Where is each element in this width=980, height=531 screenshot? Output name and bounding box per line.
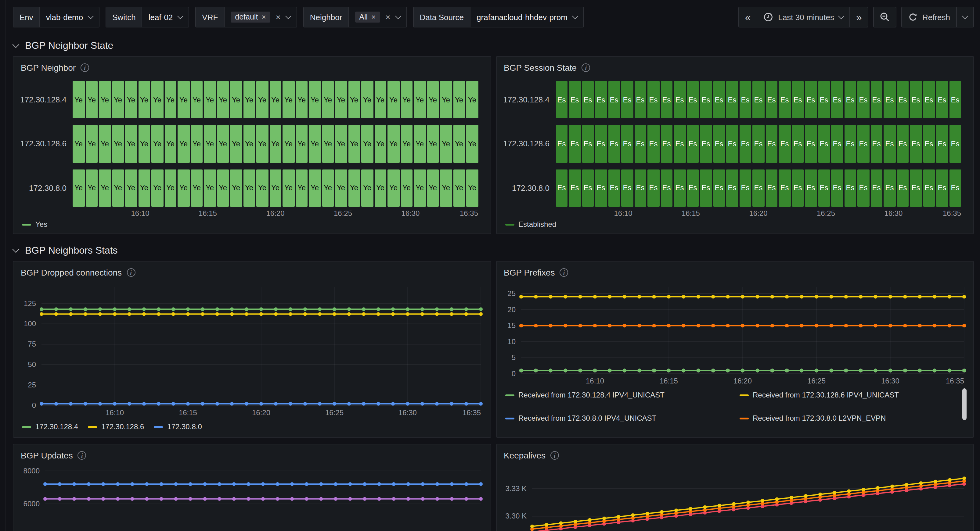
- state-cell: Es: [752, 125, 764, 163]
- state-cell: Es: [621, 125, 633, 163]
- panel-title[interactable]: BGP Session State: [504, 63, 577, 73]
- legend-color: [22, 426, 31, 428]
- chart-canvas[interactable]: 051015202516:1016:1516:2016:2516:3016:35: [500, 282, 967, 387]
- timeline-cells[interactable]: YeYeYeYeYeYeYeYeYeYeYeYeYeYeYeYeYeYeYeYe…: [73, 169, 478, 207]
- state-cell: Ye: [466, 169, 478, 207]
- zoom-out-icon: [880, 12, 890, 22]
- state-cell: Ye: [99, 169, 111, 207]
- state-cell: Ye: [256, 81, 268, 119]
- panel-bgp-session-state: BGP Session State 172.30.128.4EsEsEsEsEs…: [496, 56, 974, 234]
- zoom-out-button[interactable]: [874, 7, 896, 27]
- legend-item[interactable]: Received from 172.30.8.0 L2VPN_EVPN: [739, 412, 964, 425]
- chevron-down-icon: [88, 13, 94, 19]
- legend-scrollbar[interactable]: [962, 388, 967, 420]
- legend-item[interactable]: Received from 172.30.8.0 IPV4_UNICAST: [505, 412, 730, 425]
- panel-title[interactable]: Keepalives: [504, 450, 546, 460]
- x-tick-label: 16:25: [334, 209, 352, 218]
- time-series-chart[interactable]: 025507510012516:1016:1516:2016:2516:3016…: [13, 281, 490, 437]
- time-shift-back-button[interactable]: [739, 7, 757, 27]
- info-icon[interactable]: [81, 63, 89, 72]
- state-timeline-chart[interactable]: 172.30.128.4YeYeYeYeYeYeYeYeYeYeYeYeYeYe…: [13, 76, 490, 233]
- timeline-cells[interactable]: YeYeYeYeYeYeYeYeYeYeYeYeYeYeYeYeYeYeYeYe…: [73, 125, 478, 163]
- svg-text:16:30: 16:30: [398, 409, 417, 417]
- state-cell: Es: [897, 81, 908, 119]
- state-cell: Es: [713, 81, 725, 119]
- x-tick-label: 16:10: [614, 209, 633, 218]
- state-cell: Es: [595, 81, 607, 119]
- x-tick-label: 16:25: [817, 209, 835, 218]
- info-icon[interactable]: [78, 451, 86, 460]
- panel-title[interactable]: BGP Dropped connections: [21, 268, 122, 277]
- filter-switch-value[interactable]: leaf-02: [143, 7, 189, 27]
- clear-selection-icon[interactable]: [385, 12, 390, 22]
- filter-datasource-value[interactable]: grafanacloud-hhdev-prom: [471, 7, 583, 27]
- state-cell: Es: [739, 125, 751, 163]
- state-timeline-chart[interactable]: 172.30.128.4EsEsEsEsEsEsEsEsEsEsEsEsEsEs…: [496, 76, 973, 233]
- state-cell: Es: [569, 81, 581, 119]
- chip-remove-icon[interactable]: [371, 13, 375, 21]
- panel-title[interactable]: BGP Updates: [21, 450, 73, 460]
- state-cell: Ye: [374, 169, 386, 207]
- time-range-picker[interactable]: Last 30 minutes: [757, 7, 850, 27]
- time-shift-forward-button[interactable]: [850, 7, 868, 27]
- state-cell: Es: [687, 125, 699, 163]
- section-bgp-neighbors-stats[interactable]: BGP Neighbors Stats: [5, 238, 980, 261]
- chevron-down-icon: [177, 13, 183, 19]
- legend-item[interactable]: 172.30.128.6: [88, 420, 144, 433]
- refresh-button[interactable]: Refresh: [902, 7, 956, 27]
- state-cell: Es: [660, 125, 673, 163]
- chart-canvas[interactable]: 3.30 K3.33 K: [500, 465, 967, 531]
- panel-bgp-prefixes: BGP Prefixes 051015202516:1016:1516:2016…: [496, 261, 974, 438]
- filter-env-value[interactable]: vlab-demo: [40, 7, 99, 27]
- timeline-cells[interactable]: EsEsEsEsEsEsEsEsEsEsEsEsEsEsEsEsEsEsEsEs…: [555, 81, 961, 119]
- legend-item[interactable]: 172.30.128.4: [22, 420, 78, 433]
- timeline-row-label: 172.30.8.0: [496, 169, 555, 207]
- filter-vrf-chip[interactable]: default: [231, 11, 270, 22]
- info-icon[interactable]: [127, 268, 135, 277]
- chip-remove-icon[interactable]: [261, 13, 266, 21]
- panel-title[interactable]: BGP Prefixes: [504, 268, 555, 277]
- state-cell: Es: [726, 125, 738, 163]
- timeline-cells[interactable]: YeYeYeYeYeYeYeYeYeYeYeYeYeYeYeYeYeYeYeYe…: [73, 81, 478, 119]
- chart-canvas[interactable]: 025507510012516:1016:1516:2016:2516:3016…: [17, 282, 484, 419]
- time-series-chart[interactable]: 60008000: [13, 464, 490, 531]
- chart-canvas[interactable]: 60008000: [17, 465, 484, 531]
- timeline-cells[interactable]: EsEsEsEsEsEsEsEsEsEsEsEsEsEsEsEsEsEsEsEs…: [555, 169, 961, 207]
- state-cell: Es: [621, 81, 633, 119]
- state-cell: Es: [792, 81, 803, 119]
- legend-item[interactable]: Received from 172.30.128.6 IPV4_UNICAST: [739, 388, 964, 402]
- state-cell: Es: [910, 125, 922, 163]
- chart-legend: Yes: [13, 219, 478, 228]
- svg-text:100: 100: [24, 319, 36, 328]
- chip-label: default: [235, 13, 258, 21]
- svg-text:25: 25: [507, 289, 515, 298]
- info-icon[interactable]: [560, 268, 568, 277]
- state-cell: Ye: [269, 169, 281, 207]
- state-cell: Ye: [466, 125, 478, 163]
- filter-vrf-value[interactable]: default: [224, 7, 296, 27]
- legend-item[interactable]: Received from 172.30.128.4 IPV4_UNICAST: [505, 388, 730, 402]
- filter-neighbor-chip[interactable]: All: [355, 11, 380, 22]
- section-bgp-neighbor-state[interactable]: BGP Neighbor State: [5, 33, 980, 56]
- info-icon[interactable]: [550, 451, 559, 460]
- state-cell: Ye: [151, 81, 163, 119]
- filter-neighbor-value[interactable]: All: [349, 7, 406, 27]
- state-cell: Ye: [269, 125, 281, 163]
- state-cell: Es: [844, 169, 856, 207]
- panel-title[interactable]: BGP Neighbor: [21, 63, 76, 73]
- clear-selection-icon[interactable]: [275, 12, 280, 22]
- timeline-cells[interactable]: EsEsEsEsEsEsEsEsEsEsEsEsEsEsEsEsEsEsEsEs…: [555, 125, 961, 163]
- time-series-chart[interactable]: 3.30 K3.33 K: [496, 464, 973, 531]
- svg-text:16:20: 16:20: [733, 377, 751, 385]
- state-cell: Es: [700, 125, 712, 163]
- panel-header: Keepalives: [496, 444, 973, 464]
- time-series-svg: 025507510012516:1016:1516:2016:2516:3016…: [17, 282, 485, 419]
- legend-item[interactable]: 172.30.8.0: [154, 420, 202, 433]
- legend-item[interactable]: Yes: [22, 220, 47, 228]
- legend-item[interactable]: Established: [505, 220, 556, 228]
- x-axis: 16:1016:1516:2016:2516:3016:35: [73, 207, 478, 219]
- state-cell: Es: [555, 125, 568, 163]
- info-icon[interactable]: [582, 63, 590, 72]
- refresh-interval-dropdown[interactable]: [956, 7, 973, 27]
- time-series-chart[interactable]: 051015202516:1016:1516:2016:2516:3016:35…: [496, 281, 973, 437]
